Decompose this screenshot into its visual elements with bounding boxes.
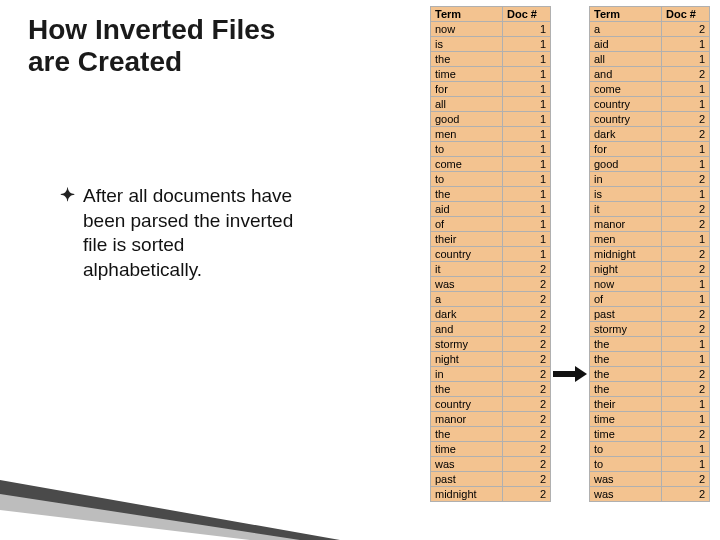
cell-doc: 1 [503,232,551,247]
cell-term: manor [590,217,662,232]
table-row: good1 [590,157,710,172]
cell-term: is [431,37,503,52]
cell-term: of [431,217,503,232]
decorative-wedge [0,420,340,540]
cell-doc: 2 [662,367,710,382]
cell-doc: 2 [662,427,710,442]
table-row: it2 [431,262,551,277]
cell-doc: 2 [503,442,551,457]
cell-term: now [431,22,503,37]
table-row: now1 [431,22,551,37]
cell-term: the [590,367,662,382]
cell-doc: 1 [662,292,710,307]
table-row: in2 [431,367,551,382]
cell-term: the [431,427,503,442]
cell-doc: 2 [503,352,551,367]
table-row: manor2 [431,412,551,427]
table-row: the2 [431,382,551,397]
table-row: was2 [590,487,710,502]
table-row: country1 [590,97,710,112]
table-row: night2 [431,352,551,367]
cell-doc: 1 [503,112,551,127]
slide-title: How Inverted Files are Created [28,14,308,78]
cell-doc: 2 [503,457,551,472]
table-row: it2 [590,202,710,217]
cell-term: is [590,187,662,202]
table-row: come1 [431,157,551,172]
table-row: the1 [590,352,710,367]
cell-doc: 1 [503,142,551,157]
cell-term: come [431,157,503,172]
cell-doc: 1 [503,202,551,217]
table-row: time2 [590,427,710,442]
cell-term: all [590,52,662,67]
cell-term: it [431,262,503,277]
cell-doc: 1 [662,442,710,457]
table-row: for1 [590,142,710,157]
cell-doc: 1 [662,232,710,247]
cell-doc: 1 [503,97,551,112]
arrow-right-icon [553,366,587,382]
cell-term: aid [431,202,503,217]
cell-doc: 1 [503,157,551,172]
cell-term: men [431,127,503,142]
sorted-table: Term Doc # a2aid1all1and2come1country1co… [589,6,710,502]
cell-doc: 2 [503,277,551,292]
cell-term: the [431,187,503,202]
cell-doc: 1 [662,82,710,97]
cell-doc: 1 [503,67,551,82]
cell-doc: 1 [662,142,710,157]
cell-doc: 2 [662,487,710,502]
cell-doc: 2 [503,322,551,337]
cell-term: aid [590,37,662,52]
cell-term: and [431,322,503,337]
cell-doc: 1 [503,247,551,262]
svg-rect-0 [553,371,575,377]
col-header-term: Term [590,7,662,22]
cell-doc: 1 [662,337,710,352]
table-row: night2 [590,262,710,277]
cell-term: in [431,367,503,382]
cell-term: now [590,277,662,292]
table-row: men1 [590,232,710,247]
table-row: a2 [431,292,551,307]
cell-doc: 2 [662,247,710,262]
arrow-container [551,6,589,502]
bullet-glyph-icon: ✦ [60,184,75,207]
cell-doc: 1 [662,37,710,52]
cell-doc: 2 [503,307,551,322]
cell-doc: 1 [662,277,710,292]
cell-term: stormy [590,322,662,337]
table-row: to1 [590,442,710,457]
table-row: midnight2 [590,247,710,262]
cell-term: for [431,82,503,97]
table-row: to1 [590,457,710,472]
col-header-doc: Doc # [662,7,710,22]
table-row: stormy2 [590,322,710,337]
cell-doc: 2 [503,382,551,397]
cell-doc: 2 [503,262,551,277]
unsorted-table: Term Doc # now1is1the1time1for1all1good1… [430,6,551,502]
table-row: of1 [431,217,551,232]
table-row: is1 [590,187,710,202]
cell-doc: 2 [662,22,710,37]
cell-doc: 2 [662,307,710,322]
cell-doc: 2 [662,217,710,232]
table-row: was2 [431,277,551,292]
table-row: for1 [431,82,551,97]
cell-term: in [590,172,662,187]
cell-term: past [590,307,662,322]
table-row: time1 [431,67,551,82]
cell-doc: 1 [503,52,551,67]
cell-term: to [590,457,662,472]
cell-doc: 1 [503,127,551,142]
bullet-text: After all documents have been parsed the… [83,184,300,283]
table-row: manor2 [590,217,710,232]
cell-term: a [590,22,662,37]
table-row: the1 [590,337,710,352]
cell-term: country [431,397,503,412]
cell-doc: 2 [503,472,551,487]
col-header-doc: Doc # [503,7,551,22]
table-row: their1 [431,232,551,247]
cell-term: men [590,232,662,247]
